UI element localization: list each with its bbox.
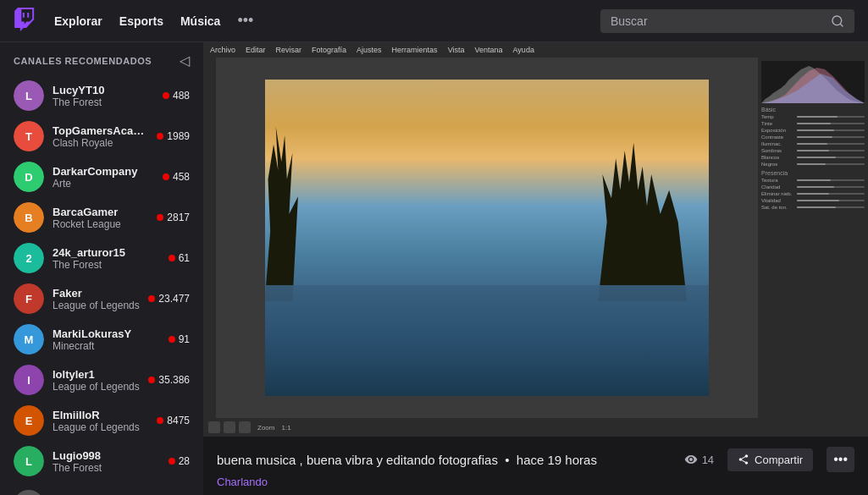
search-icon bbox=[831, 14, 844, 28]
lr-temp-slider[interactable]: Temp bbox=[761, 114, 865, 119]
tree-left-silhouette bbox=[265, 127, 376, 301]
viewer-count-6: 91 bbox=[179, 333, 190, 345]
channel-viewers-9: 28 bbox=[169, 455, 190, 467]
lr-tint-slider[interactable]: Tinte bbox=[761, 121, 865, 126]
channel-name-1: TopGamersAcade... bbox=[53, 124, 148, 137]
sidebar: CANALES RECOMENDADOS ◁ L LucyYT10 The Fo… bbox=[0, 42, 203, 495]
channel-avatar-0: L bbox=[14, 80, 44, 111]
search-input[interactable] bbox=[611, 14, 824, 28]
channel-avatar-8: E bbox=[14, 405, 44, 436]
channel-info-5: Faker League of Legends bbox=[53, 287, 140, 311]
lr-whites-slider[interactable]: Blancos bbox=[761, 155, 865, 160]
channel-item-8[interactable]: E ElmiilloR League of Legends 8475 bbox=[0, 400, 203, 441]
live-dot-7 bbox=[148, 377, 155, 383]
channel-avatar-3: B bbox=[14, 202, 44, 233]
lr-menu-archivo[interactable]: Archivo bbox=[210, 46, 235, 54]
lr-tool-2[interactable] bbox=[224, 421, 235, 433]
channel-viewers-0: 488 bbox=[163, 90, 190, 102]
lr-exposure-slider[interactable]: Exposición bbox=[761, 128, 865, 133]
viewer-count-0: 488 bbox=[173, 90, 190, 102]
channel-info-3: BarcaGamer Rocket League bbox=[53, 206, 148, 230]
nav-esports[interactable]: Esports bbox=[119, 14, 163, 28]
channel-viewers-8: 8475 bbox=[157, 415, 190, 426]
channels-list: L LucyYT10 The Forest 488 T TopGamersAca… bbox=[0, 75, 203, 481]
lr-menu-revisar[interactable]: Revisar bbox=[276, 46, 302, 54]
lr-blacks-slider[interactable]: Negros bbox=[761, 162, 865, 167]
avatar-circle-8: E bbox=[14, 405, 44, 436]
channel-game-2: Arte bbox=[53, 178, 154, 190]
lr-menu-editar[interactable]: Editar bbox=[246, 46, 266, 54]
lr-menu-ventana[interactable]: Ventana bbox=[474, 46, 502, 54]
lr-clarity-slider[interactable]: Claridad bbox=[761, 184, 865, 190]
sidebar-bottom bbox=[0, 481, 203, 495]
lr-menu-ajustes[interactable]: Ajustes bbox=[357, 46, 382, 54]
channel-game-7: League of Legends bbox=[53, 381, 140, 393]
channel-name-2: DarkarCompany bbox=[53, 165, 154, 178]
lr-photo bbox=[265, 80, 710, 397]
channel-game-6: Minecraft bbox=[53, 340, 160, 352]
lr-contrast-slider[interactable]: Contraste bbox=[761, 135, 865, 140]
channel-info-1: TopGamersAcade... Clash Royale bbox=[53, 124, 148, 149]
lr-menu-ayuda[interactable]: Ayuda bbox=[513, 46, 534, 54]
lr-menu-herramientas[interactable]: Herramientas bbox=[392, 46, 438, 54]
channel-name-7: loltyler1 bbox=[53, 368, 140, 381]
top-nav: Explorar Esports Música ••• bbox=[0, 0, 868, 42]
sidebar-collapse-btn[interactable]: ◁ bbox=[180, 52, 190, 69]
lr-highlights-slider[interactable]: Iluminac. bbox=[761, 141, 865, 146]
channel-item-0[interactable]: L LucyYT10 The Forest 488 bbox=[0, 75, 203, 116]
lr-right-panel: Básic Temp Tinte Exposición bbox=[758, 58, 868, 418]
nav-musica[interactable]: Música bbox=[180, 14, 220, 28]
lr-photo-area bbox=[216, 58, 758, 418]
channel-item-6[interactable]: M MarkiLokurasY Minecraft 91 bbox=[0, 319, 203, 360]
channel-item-4[interactable]: 2 24k_arturor15 The Forest 61 bbox=[0, 238, 203, 278]
lr-tool-3[interactable] bbox=[239, 421, 251, 433]
lr-menubar: Archivo Editar Revisar Fotografía Ajuste… bbox=[203, 42, 868, 58]
channel-viewers-3: 2817 bbox=[157, 212, 190, 223]
viewer-number: 14 bbox=[702, 454, 714, 466]
channel-item-1[interactable]: T TopGamersAcade... Clash Royale 1989 bbox=[0, 116, 203, 157]
channel-item-3[interactable]: B BarcaGamer Rocket League 2817 bbox=[0, 197, 203, 238]
channel-item-9[interactable]: L Lugio998 The Forest 28 bbox=[0, 441, 203, 481]
live-dot-5 bbox=[148, 295, 155, 302]
nav-explorar[interactable]: Explorar bbox=[54, 14, 102, 28]
channel-game-8: League of Legends bbox=[53, 421, 148, 433]
channel-name-6: MarkiLokurasY bbox=[53, 327, 160, 340]
lr-main: Básic Temp Tinte Exposición bbox=[203, 58, 868, 418]
stream-title-text: buena musica , buena vibra y editando fo… bbox=[217, 453, 498, 467]
viewer-count-1: 1989 bbox=[167, 130, 190, 142]
user-avatar[interactable] bbox=[14, 490, 44, 495]
stream-category[interactable]: Charlando bbox=[217, 476, 854, 488]
viewer-count-2: 458 bbox=[173, 171, 190, 183]
share-icon bbox=[738, 454, 749, 465]
channel-name-9: Lugio998 bbox=[53, 449, 160, 462]
lr-tool-1[interactable] bbox=[208, 421, 220, 433]
live-dot-8 bbox=[157, 417, 163, 424]
viewer-count-4: 61 bbox=[179, 252, 190, 264]
channel-avatar-4: 2 bbox=[14, 243, 44, 273]
channel-item-7[interactable]: l loltyler1 League of Legends 35.386 bbox=[0, 360, 203, 400]
lr-shadows-slider[interactable]: Sombras bbox=[761, 148, 865, 153]
nav-more[interactable]: ••• bbox=[237, 12, 253, 30]
channel-name-0: LucyYT10 bbox=[53, 84, 154, 96]
viewer-count-5: 23.477 bbox=[158, 293, 190, 305]
live-dot-9 bbox=[169, 458, 175, 465]
stream-title: buena musica , buena vibra y editando fo… bbox=[217, 453, 674, 467]
lr-texture-slider[interactable]: Textura bbox=[761, 178, 865, 183]
lr-menu-fotografia[interactable]: Fotografía bbox=[312, 46, 346, 54]
channel-info-0: LucyYT10 The Forest bbox=[53, 84, 154, 108]
lr-menu-vista[interactable]: Vista bbox=[448, 46, 465, 54]
more-options-button[interactable]: ••• bbox=[827, 447, 854, 472]
channel-item-5[interactable]: F Faker League of Legends 23.477 bbox=[0, 278, 203, 319]
lr-vibrance-slider[interactable]: Vitalidad bbox=[761, 198, 865, 203]
avatar-circle-0: L bbox=[14, 80, 44, 111]
channel-item-2[interactable]: D DarkarCompany Arte 458 bbox=[0, 157, 203, 197]
lr-saturation-slider[interactable]: Sat. de ton. bbox=[761, 205, 865, 210]
lr-dehaze-slider[interactable]: Eliminar nieb. bbox=[761, 191, 865, 196]
lr-histogram bbox=[761, 61, 865, 103]
channel-info-2: DarkarCompany Arte bbox=[53, 165, 154, 190]
lr-basic-panel: Básic Temp Tinte Exposición bbox=[761, 107, 865, 167]
share-button[interactable]: Compartir bbox=[727, 448, 813, 471]
live-dot-0 bbox=[163, 92, 169, 99]
twitch-logo[interactable] bbox=[14, 8, 37, 35]
sidebar-title: CANALES RECOMENDADOS bbox=[14, 56, 152, 66]
